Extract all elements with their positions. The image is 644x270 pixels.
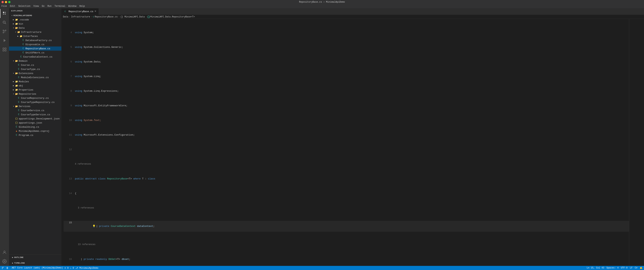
- status-bar: .NET Core Launch (web) (MinimalApiDemo) …: [0, 266, 644, 270]
- maximize-button[interactable]: [8, 1, 10, 3]
- tree-item-coursetype[interactable]: ▶ C CourseType.cs: [9, 67, 62, 71]
- status-notifications[interactable]: 🔔: [640, 267, 642, 269]
- status-git-branch[interactable]: [2, 267, 4, 269]
- tree-item-coursedatacontext[interactable]: ▶ C CourseDataContext.cs: [9, 55, 62, 59]
- status-branch-tag[interactable]: ⎇ MinimalApiDemo: [76, 267, 98, 269]
- menubar-item-selection[interactable]: Selection: [18, 5, 30, 8]
- code-line-11: 11 using Microsoft.Extensions.Configurat…: [64, 133, 629, 137]
- menubar-item-edit[interactable]: Edit: [10, 5, 15, 8]
- timeline-header[interactable]: ▶ TIMELINE: [11, 261, 59, 265]
- code-ref-hint-15a: 3 references: [64, 206, 629, 210]
- code-line-15: 15 💡| private CourseDataContext dataCont…: [64, 221, 629, 232]
- tree-item-repositories[interactable]: ▾ 📂 Repositories: [9, 92, 62, 96]
- tree-item-infrastructure[interactable]: ▾ 📂 Infrastructure: [9, 30, 62, 34]
- menubar-item-file[interactable]: File: [2, 5, 7, 8]
- tree-item-services[interactable]: ▾ 📂 Services: [9, 104, 62, 108]
- menubar: FileEditSelectionViewGoRunTerminalWindow…: [0, 4, 644, 8]
- breadcrumb-data[interactable]: Data: [63, 16, 68, 18]
- breadcrumb-class[interactable]: MinimalAPI.Data.RepositoryBase<T>: [148, 16, 195, 18]
- menubar-item-view[interactable]: View: [33, 5, 39, 8]
- class-icon: [148, 16, 150, 18]
- tree-item-coursetypeservice[interactable]: ▶ C CourseTypeService.cs: [9, 112, 62, 117]
- tree-item-databasefactory[interactable]: ▶ C DatabaseFactory.cs: [9, 38, 62, 42]
- tree-item-extensions[interactable]: ▾ 📂 Extensions: [9, 71, 62, 75]
- tab-close-button[interactable]: ×: [94, 10, 96, 13]
- status-spaces[interactable]: Spaces: 4: [606, 267, 618, 269]
- code-line-7: 7 using System.Linq;: [64, 75, 629, 78]
- tree-item-globalusing[interactable]: ▶ C GlobalUsing.cs: [9, 125, 62, 129]
- tree-item-properties[interactable]: ▶ 📁 Properties: [9, 88, 62, 92]
- minimap: [629, 19, 644, 266]
- timeline-panel: ▶ TIMELINE: [9, 260, 62, 266]
- activity-settings[interactable]: [0, 257, 9, 266]
- status-eol[interactable]: LF: [630, 267, 632, 269]
- tree-item-csproj[interactable]: ▶ ◆ MinimalApiDemo.csproj: [9, 129, 62, 133]
- tree-item-courserepository[interactable]: ▶ C CourseRepository.cs: [9, 96, 62, 100]
- tree-item-appsettings[interactable]: ▶ {} appsettings.json: [9, 121, 62, 125]
- tree-item-coursetyperepository[interactable]: ▶ C CourseTypeRepository.cs: [9, 100, 62, 104]
- svg-point-4: [3, 32, 4, 33]
- tree-item-unitofwork[interactable]: ▶ C UnitOfWork.cs: [9, 51, 62, 55]
- tree-item-data[interactable]: ▾ 📂 Data: [9, 26, 62, 30]
- activity-extensions[interactable]: [0, 45, 9, 54]
- tree-item-appsettingsdev[interactable]: ▶ {} appsettings.Development.json: [9, 117, 62, 121]
- tree-arrow: ▾: [10, 15, 14, 17]
- folder-icon: 📁: [15, 18, 18, 21]
- cs-icon: C: [15, 125, 18, 128]
- json-icon: {}: [15, 121, 18, 124]
- menubar-item-terminal[interactable]: Terminal: [54, 5, 65, 8]
- outline-panel: ▶ OUTLINE: [9, 254, 62, 260]
- status-left: .NET Core Launch (web) (MinimalApiDemo) …: [2, 267, 98, 269]
- tree-root[interactable]: ▾ MINIMALAPIDEMO: [9, 14, 62, 18]
- folder-icon: 📁: [15, 22, 18, 25]
- tree-item-repositorybase[interactable]: ▶ C RepositoryBase.cs: [9, 47, 62, 51]
- svg-point-1: [3, 21, 5, 23]
- tree-item-moduleextensions[interactable]: ▶ C ModuleExtensions.cs: [9, 75, 62, 79]
- status-encoding[interactable]: UTF-8: [621, 267, 628, 269]
- cs-icon: C: [17, 68, 20, 71]
- code-content[interactable]: 4 using System; 5 using System.Collectio…: [62, 19, 629, 266]
- activity-explorer[interactable]: [0, 9, 9, 18]
- status-errors[interactable]: ⊘ 0 ⚠ 0: [64, 267, 74, 269]
- status-position[interactable]: Ln 15, Col 43: [587, 267, 604, 269]
- menubar-item-go[interactable]: Go: [42, 5, 44, 8]
- status-debug[interactable]: [6, 267, 9, 269]
- tree-item-obj[interactable]: ▶ 📁 obj: [9, 84, 62, 88]
- tree-item-bin[interactable]: ▶ 📁 bin: [9, 22, 62, 26]
- status-language[interactable]: C#: [635, 267, 638, 269]
- breadcrumb-file[interactable]: C RepositoryBase.cs: [93, 16, 118, 18]
- activity-account[interactable]: [0, 248, 9, 257]
- tree-item-program[interactable]: ▶ C Program.cs: [9, 133, 62, 137]
- activity-bar: [0, 8, 9, 266]
- tree-item-interfaces[interactable]: ▶ 📁 Interfaces: [9, 34, 62, 38]
- tree-item-domain[interactable]: ▾ 📂 Domain: [9, 59, 62, 63]
- activity-scm[interactable]: [0, 27, 9, 36]
- activity-search[interactable]: [0, 18, 9, 27]
- breadcrumb-namespace[interactable]: {} MinimalAPI.Data: [120, 16, 145, 18]
- outline-header[interactable]: ▶ OUTLINE: [11, 255, 59, 259]
- svg-point-17: [7, 267, 8, 268]
- tree-item-course[interactable]: ▶ C Course.cs: [9, 63, 62, 67]
- editor-area: C RepositoryBase.cs × Data › Infrastruct…: [62, 8, 644, 266]
- traffic-lights: [2, 1, 10, 3]
- menubar-item-help[interactable]: Help: [80, 5, 85, 8]
- folder-icon: 📂: [15, 27, 18, 30]
- tree-item-modules[interactable]: ▶ 📁 Modules: [9, 79, 62, 84]
- svg-rect-7: [5, 48, 6, 49]
- tab-repositorybase[interactable]: C RepositoryBase.cs ×: [62, 8, 99, 15]
- activity-debug[interactable]: [0, 36, 9, 45]
- file-tree: ▶ 📁 .vscode ▶ 📁 bin ▾ 📂 Data ▾ 📂 Infrast…: [9, 18, 62, 254]
- menubar-item-run[interactable]: Run: [48, 5, 52, 8]
- breadcrumb-infrastructure[interactable]: Infrastructure: [71, 16, 90, 18]
- sidebar: Explorer ▾ MINIMALAPIDEMO ▶ 📁 .vscode ▶ …: [9, 8, 62, 266]
- status-launch[interactable]: .NET Core Launch (web) (MinimalApiDemo): [10, 267, 63, 269]
- code-line-5: 5 using System.Collections.Generic;: [64, 45, 629, 49]
- tree-item-vscode[interactable]: ▶ 📁 .vscode: [9, 18, 62, 22]
- menubar-item-window[interactable]: Window: [68, 5, 76, 8]
- cs-icon: C: [22, 39, 25, 42]
- close-button[interactable]: [2, 1, 4, 3]
- tree-item-courseservice[interactable]: ▶ C CourseService.cs: [9, 108, 62, 112]
- minimize-button[interactable]: [5, 1, 7, 3]
- tree-item-disposable[interactable]: ▶ C Disposable.cs: [9, 42, 62, 47]
- lightbulb-icon: 💡: [92, 225, 96, 228]
